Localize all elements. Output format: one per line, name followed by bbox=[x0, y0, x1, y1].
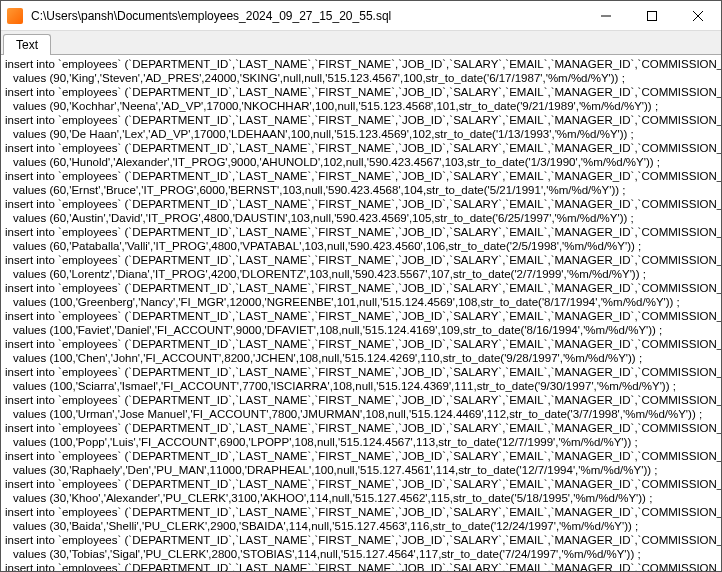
sql-insert-line: insert into `employees` (`DEPARTMENT_ID`… bbox=[5, 393, 717, 407]
sql-values-line: values (100,'Chen','John','FI_ACCOUNT',8… bbox=[5, 351, 717, 365]
sql-insert-line: insert into `employees` (`DEPARTMENT_ID`… bbox=[5, 421, 717, 435]
sql-insert-line: insert into `employees` (`DEPARTMENT_ID`… bbox=[5, 85, 717, 99]
sql-values-line: values (90,'King','Steven','AD_PRES',240… bbox=[5, 71, 717, 85]
tab-text[interactable]: Text bbox=[3, 34, 51, 55]
maximize-button[interactable] bbox=[629, 1, 675, 30]
sql-insert-line: insert into `employees` (`DEPARTMENT_ID`… bbox=[5, 561, 717, 571]
sql-values-line: values (60,'Hunold','Alexander','IT_PROG… bbox=[5, 155, 717, 169]
sql-insert-line: insert into `employees` (`DEPARTMENT_ID`… bbox=[5, 197, 717, 211]
sql-insert-line: insert into `employees` (`DEPARTMENT_ID`… bbox=[5, 169, 717, 183]
titlebar: C:\Users\pansh\Documents\employees_2024_… bbox=[1, 1, 721, 31]
sql-insert-line: insert into `employees` (`DEPARTMENT_ID`… bbox=[5, 57, 717, 71]
minimize-button[interactable] bbox=[583, 1, 629, 30]
maximize-icon bbox=[647, 11, 657, 21]
sql-content[interactable]: insert into `employees` (`DEPARTMENT_ID`… bbox=[1, 55, 721, 571]
sql-values-line: values (90,'Kochhar','Neena','AD_VP',170… bbox=[5, 99, 717, 113]
sql-insert-line: insert into `employees` (`DEPARTMENT_ID`… bbox=[5, 253, 717, 267]
sql-values-line: values (100,'Urman','Jose Manuel','FI_AC… bbox=[5, 407, 717, 421]
sql-insert-line: insert into `employees` (`DEPARTMENT_ID`… bbox=[5, 505, 717, 519]
svg-rect-1 bbox=[648, 11, 657, 20]
sql-insert-line: insert into `employees` (`DEPARTMENT_ID`… bbox=[5, 365, 717, 379]
sql-values-line: values (100,'Popp','Luis','FI_ACCOUNT',6… bbox=[5, 435, 717, 449]
sql-values-line: values (60,'Pataballa','Valli','IT_PROG'… bbox=[5, 239, 717, 253]
sql-values-line: values (60,'Austin','David','IT_PROG',48… bbox=[5, 211, 717, 225]
sql-insert-line: insert into `employees` (`DEPARTMENT_ID`… bbox=[5, 477, 717, 491]
sql-values-line: values (90,'De Haan','Lex','AD_VP',17000… bbox=[5, 127, 717, 141]
tabbar: Text bbox=[1, 31, 721, 55]
sql-values-line: values (100,'Faviet','Daniel','FI_ACCOUN… bbox=[5, 323, 717, 337]
sql-insert-line: insert into `employees` (`DEPARTMENT_ID`… bbox=[5, 337, 717, 351]
sql-insert-line: insert into `employees` (`DEPARTMENT_ID`… bbox=[5, 449, 717, 463]
window-controls bbox=[583, 1, 721, 30]
close-icon bbox=[693, 11, 703, 21]
minimize-icon bbox=[601, 11, 611, 21]
app-icon bbox=[7, 8, 23, 24]
sql-insert-line: insert into `employees` (`DEPARTMENT_ID`… bbox=[5, 533, 717, 547]
sql-insert-line: insert into `employees` (`DEPARTMENT_ID`… bbox=[5, 281, 717, 295]
sql-values-line: values (30,'Khoo','Alexander','PU_CLERK'… bbox=[5, 491, 717, 505]
window-title: C:\Users\pansh\Documents\employees_2024_… bbox=[29, 9, 583, 23]
sql-values-line: values (100,'Greenberg','Nancy','FI_MGR'… bbox=[5, 295, 717, 309]
sql-insert-line: insert into `employees` (`DEPARTMENT_ID`… bbox=[5, 309, 717, 323]
sql-values-line: values (30,'Baida','Shelli','PU_CLERK',2… bbox=[5, 519, 717, 533]
sql-values-line: values (30,'Raphaely','Den','PU_MAN',110… bbox=[5, 463, 717, 477]
sql-values-line: values (30,'Tobias','Sigal','PU_CLERK',2… bbox=[5, 547, 717, 561]
sql-values-line: values (60,'Lorentz','Diana','IT_PROG',4… bbox=[5, 267, 717, 281]
sql-values-line: values (100,'Sciarra','Ismael','FI_ACCOU… bbox=[5, 379, 717, 393]
sql-values-line: values (60,'Ernst','Bruce','IT_PROG',600… bbox=[5, 183, 717, 197]
sql-insert-line: insert into `employees` (`DEPARTMENT_ID`… bbox=[5, 225, 717, 239]
sql-insert-line: insert into `employees` (`DEPARTMENT_ID`… bbox=[5, 113, 717, 127]
close-button[interactable] bbox=[675, 1, 721, 30]
sql-insert-line: insert into `employees` (`DEPARTMENT_ID`… bbox=[5, 141, 717, 155]
